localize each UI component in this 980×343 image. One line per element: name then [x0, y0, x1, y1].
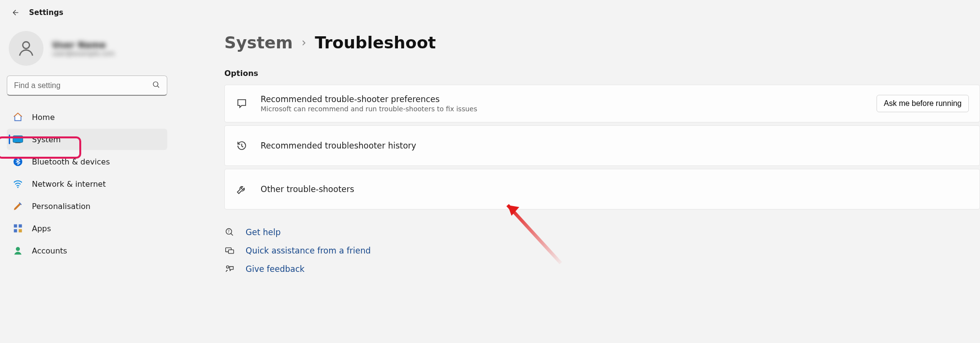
- svg-point-5: [17, 187, 19, 188]
- avatar: [9, 31, 44, 66]
- sidebar-item-home[interactable]: Home: [7, 106, 167, 128]
- card-title: Other trouble-shooters: [261, 184, 969, 194]
- search-icon[interactable]: [152, 80, 161, 91]
- sidebar-item-label: System: [32, 135, 61, 144]
- link-get-help[interactable]: ? Get help: [224, 227, 980, 238]
- profile-text: User Name user@example.com: [52, 40, 115, 57]
- paintbrush-icon: [13, 201, 23, 211]
- history-icon: [235, 139, 248, 152]
- wifi-icon: [13, 179, 23, 189]
- wrench-icon: [235, 183, 248, 195]
- breadcrumb: System › Troubleshoot: [224, 33, 980, 52]
- sidebar-item-label: Home: [32, 113, 55, 122]
- card-troubleshooter-history[interactable]: Recommended troubleshooter history: [224, 125, 980, 166]
- profile-block[interactable]: User Name user@example.com: [7, 28, 167, 75]
- sidebar-item-personalisation[interactable]: Personalisation: [7, 195, 167, 217]
- main-content: System › Troubleshoot Options Recommende…: [174, 19, 980, 343]
- card-title: Recommended troubleshooter history: [261, 141, 969, 150]
- sidebar-item-label: Accounts: [32, 246, 67, 255]
- card-subtitle: Microsoft can recommend and run trouble-…: [261, 105, 864, 113]
- svg-point-10: [16, 247, 20, 251]
- profile-email: user@example.com: [52, 50, 115, 57]
- section-heading-options: Options: [224, 69, 980, 78]
- apps-icon: [13, 223, 23, 234]
- system-icon: [13, 134, 23, 145]
- sidebar-item-apps[interactable]: Apps: [7, 218, 167, 239]
- help-link-label: Quick assistance from a friend: [246, 246, 371, 255]
- home-icon: [13, 112, 23, 122]
- svg-text:?: ?: [228, 229, 230, 234]
- search-input[interactable]: [7, 75, 167, 96]
- speech-bubble-icon: [235, 97, 248, 110]
- nav: Home System Bluetooth: [7, 106, 167, 261]
- svg-rect-6: [14, 224, 17, 228]
- chevron-right-icon: ›: [302, 36, 307, 49]
- sidebar-item-bluetooth[interactable]: Bluetooth & devices: [7, 151, 167, 172]
- back-button[interactable]: [10, 7, 20, 18]
- svg-point-1: [153, 82, 158, 87]
- sidebar-item-accounts[interactable]: Accounts: [7, 240, 167, 261]
- sidebar: User Name user@example.com Home: [0, 19, 174, 343]
- card-title: Recommended trouble-shooter preferences: [261, 94, 864, 104]
- svg-rect-7: [19, 224, 22, 228]
- sidebar-item-network[interactable]: Network & internet: [7, 173, 167, 194]
- svg-rect-3: [15, 142, 21, 143]
- help-icon: ?: [224, 227, 235, 238]
- svg-rect-14: [229, 250, 234, 254]
- help-link-label: Get help: [246, 227, 280, 237]
- help-link-label: Give feedback: [246, 264, 305, 274]
- breadcrumb-parent[interactable]: System: [224, 33, 293, 52]
- recommended-prefs-dropdown[interactable]: Ask me before running: [877, 95, 969, 112]
- svg-rect-8: [14, 229, 17, 233]
- card-other-troubleshooters[interactable]: Other trouble-shooters: [224, 169, 980, 209]
- svg-point-15: [226, 266, 229, 268]
- feedback-icon: [224, 264, 235, 274]
- link-quick-assist[interactable]: Quick assistance from a friend: [224, 245, 980, 256]
- sidebar-item-system[interactable]: System: [7, 129, 167, 150]
- bluetooth-icon: [13, 156, 23, 167]
- person-icon: [16, 39, 36, 58]
- sidebar-item-label: Apps: [32, 224, 51, 233]
- arrow-left-icon: [11, 8, 19, 17]
- svg-point-0: [23, 42, 29, 48]
- sidebar-item-label: Personalisation: [32, 202, 90, 211]
- sidebar-item-label: Network & internet: [32, 179, 106, 189]
- screens-icon: [224, 245, 235, 256]
- card-recommended-prefs[interactable]: Recommended trouble-shooter preferences …: [224, 85, 980, 122]
- sidebar-item-label: Bluetooth & devices: [32, 157, 110, 166]
- profile-name: User Name: [52, 40, 115, 50]
- svg-rect-2: [13, 136, 23, 143]
- link-give-feedback[interactable]: Give feedback: [224, 264, 980, 274]
- breadcrumb-current: Troubleshoot: [315, 33, 436, 52]
- accounts-icon: [13, 245, 23, 256]
- window-title: Settings: [29, 8, 63, 17]
- svg-rect-9: [19, 229, 22, 233]
